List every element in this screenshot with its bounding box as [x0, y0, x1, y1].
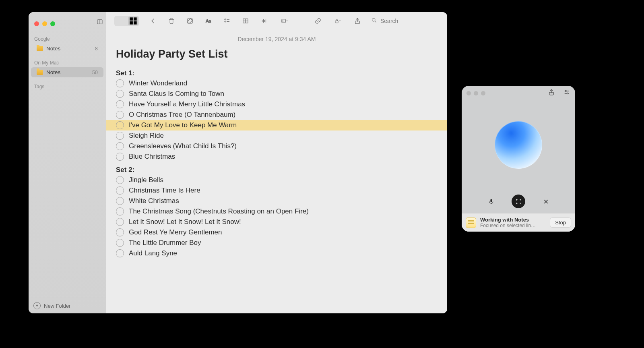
toggle-sidebar-button[interactable]: [95, 18, 105, 26]
svg-point-11: [225, 19, 226, 20]
media-button[interactable]: [278, 16, 291, 26]
back-button[interactable]: [148, 16, 158, 26]
note-editor[interactable]: December 19, 2024 at 9:34 AM Holiday Par…: [106, 30, 447, 313]
new-folder-label: New Folder: [44, 303, 70, 309]
checkbox-icon[interactable]: [116, 100, 124, 108]
checklist-item[interactable]: O Christmas Tree (O Tannenbaum): [106, 110, 447, 120]
window-traffic-lights: [29, 12, 106, 30]
checkbox-icon[interactable]: [116, 111, 124, 119]
share-icon[interactable]: [548, 89, 555, 97]
fullscreen-window-button[interactable]: [50, 21, 55, 26]
checklist-item[interactable]: The Christmas Song (Chestnuts Roasting o…: [106, 206, 447, 217]
checklist-item[interactable]: Let It Snow! Let It Snow! Let It Snow!: [106, 217, 447, 227]
checklist-item[interactable]: The Little Drummer Boy: [106, 238, 447, 248]
svg-rect-33: [490, 199, 492, 202]
assistant-status-title: Working with Notes: [480, 217, 546, 223]
checklist-item[interactable]: Have Yourself a Merry Little Christmas: [106, 99, 447, 110]
svg-point-32: [567, 93, 568, 94]
checklist-item-text: Santa Claus Is Coming to Town: [129, 90, 224, 98]
assistant-status-subtitle: Focused on selected lin…: [480, 223, 546, 228]
text-format-button[interactable]: Aa: [204, 16, 213, 26]
sidebar: Google Notes 8 On My Mac Notes 50 Tags +…: [29, 12, 106, 313]
stop-button[interactable]: Stop: [550, 218, 571, 228]
minimize-window-button[interactable]: [42, 21, 47, 26]
settings-sliders-icon[interactable]: [563, 89, 570, 97]
svg-point-26: [372, 19, 376, 22]
checkbox-icon[interactable]: [116, 90, 124, 98]
view-mode-toggle[interactable]: [114, 16, 139, 26]
new-folder-button[interactable]: + New Folder: [29, 298, 106, 313]
checkbox-icon[interactable]: [116, 228, 124, 236]
search-input[interactable]: [380, 17, 442, 25]
checklist-item[interactable]: Greensleeves (What Child Is This?): [106, 141, 447, 151]
checkbox-icon[interactable]: [116, 249, 124, 257]
notes-window: Google Notes 8 On My Mac Notes 50 Tags +…: [29, 12, 447, 313]
checkbox-icon[interactable]: [116, 186, 124, 195]
checkbox-icon[interactable]: [116, 153, 124, 161]
delete-button[interactable]: [167, 16, 176, 26]
checklist-button[interactable]: [222, 16, 232, 26]
grid-view-icon[interactable]: [128, 17, 138, 25]
checkbox-icon[interactable]: [116, 197, 124, 205]
microphone-button[interactable]: [484, 195, 498, 208]
audio-button[interactable]: [259, 16, 269, 26]
svg-point-30: [565, 91, 566, 92]
sidebar-section-google: Google: [29, 30, 106, 44]
plus-circle-icon: +: [33, 302, 41, 309]
checklist-item-text: Winter Wonderland: [129, 79, 187, 87]
checkbox-icon[interactable]: [116, 218, 124, 226]
checkbox-icon[interactable]: [116, 176, 124, 184]
sidebar-item-count: 50: [92, 70, 98, 75]
assistant-orb-area: [462, 100, 575, 190]
sidebar-section-tags: Tags: [29, 77, 106, 91]
checkbox-icon[interactable]: [116, 121, 124, 129]
assistant-controls: [462, 190, 575, 213]
sidebar-section-onmymac: On My Mac: [29, 54, 106, 67]
checkbox-icon[interactable]: [116, 239, 124, 247]
lock-button[interactable]: [332, 16, 344, 26]
capture-button[interactable]: [512, 195, 525, 208]
list-view-icon[interactable]: [115, 17, 126, 25]
assistant-status-bar: Working with Notes Focused on selected l…: [462, 213, 575, 232]
minimize-window-button[interactable]: [474, 91, 478, 95]
compose-button[interactable]: [185, 16, 195, 26]
sidebar-item-local-notes[interactable]: Notes 50: [31, 67, 103, 77]
checklist-item-text: The Little Drummer Boy: [129, 239, 201, 247]
share-button[interactable]: [353, 16, 362, 26]
folder-icon: [37, 46, 43, 51]
checkbox-icon[interactable]: [116, 207, 124, 215]
set-2-label: Set 2:: [106, 162, 447, 175]
checklist-item[interactable]: Christmas Time Is Here: [106, 185, 447, 196]
fullscreen-window-button[interactable]: [481, 91, 485, 95]
checklist-item-text: Auld Lang Syne: [129, 249, 177, 257]
svg-rect-5: [130, 17, 133, 21]
main-pane: Aa December 19, 2024 at 9:34 AM Holiday …: [106, 12, 447, 313]
checklist-item-highlighted[interactable]: I've Got My Love to Keep Me Warm: [106, 120, 447, 130]
close-button[interactable]: [539, 195, 553, 208]
checklist-item[interactable]: Sleigh Ride: [106, 130, 447, 141]
checkbox-icon[interactable]: [116, 132, 124, 140]
sidebar-item-google-notes[interactable]: Notes 8: [31, 44, 103, 54]
link-button[interactable]: [313, 16, 323, 26]
assistant-orb: [495, 121, 542, 169]
checklist-item[interactable]: White Christmas: [106, 196, 447, 206]
close-window-button[interactable]: [34, 21, 39, 26]
close-window-button[interactable]: [466, 91, 471, 95]
checklist-item[interactable]: Jingle Bells: [106, 175, 447, 185]
note-title: Holiday Party Set List: [106, 45, 447, 65]
checklist-item-text: The Christmas Song (Chestnuts Roasting o…: [129, 207, 309, 215]
svg-rect-6: [134, 17, 137, 21]
checklist-item[interactable]: Auld Lang Syne: [106, 248, 447, 259]
svg-text:Aa: Aa: [206, 19, 211, 23]
table-button[interactable]: [241, 16, 250, 26]
sidebar-item-label: Notes: [46, 69, 60, 75]
note-date: December 19, 2024 at 9:34 AM: [106, 30, 447, 45]
checkbox-icon[interactable]: [116, 142, 124, 150]
checklist-item-text: Jingle Bells: [129, 176, 163, 184]
checklist-item-text: Sleigh Ride: [129, 132, 164, 140]
checklist-item[interactable]: Santa Claus Is Coming to Town: [106, 89, 447, 99]
checkbox-icon[interactable]: [116, 79, 124, 87]
checklist-item[interactable]: Winter Wonderland: [106, 78, 447, 89]
checklist-item[interactable]: Blue Christmas: [106, 151, 447, 162]
checklist-item[interactable]: God Rest Ye Merry Gentlemen: [106, 227, 447, 238]
